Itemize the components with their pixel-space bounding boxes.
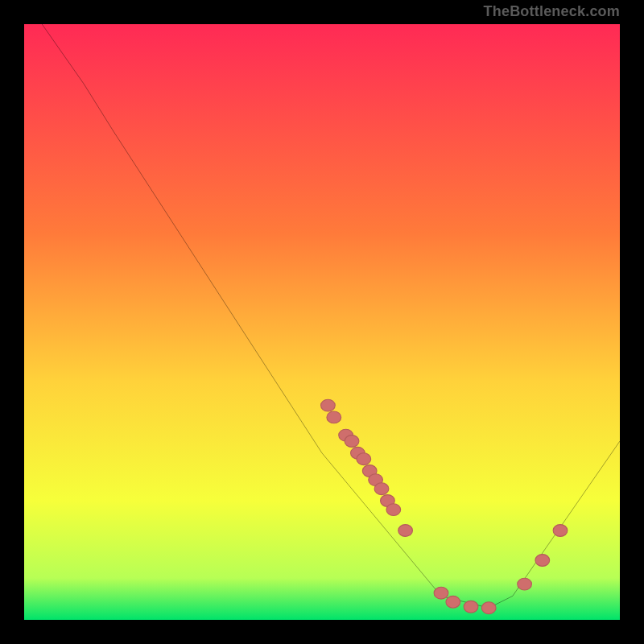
data-marker: [398, 525, 413, 537]
data-marker: [464, 601, 478, 613]
bottleneck-chart: [24, 24, 620, 620]
data-marker: [386, 504, 401, 516]
data-marker: [446, 596, 460, 608]
chart-container: TheBottleneck.com: [0, 0, 644, 644]
data-marker: [481, 602, 496, 614]
gradient-background: [24, 24, 620, 620]
data-marker: [327, 411, 341, 423]
data-marker: [553, 525, 568, 537]
data-marker: [357, 453, 371, 465]
data-marker: [518, 578, 532, 590]
data-marker: [345, 436, 359, 448]
data-marker: [374, 483, 389, 495]
data-marker: [535, 555, 550, 567]
data-marker: [434, 587, 448, 599]
data-marker: [321, 399, 336, 411]
watermark-text: TheBottleneck.com: [484, 3, 620, 20]
